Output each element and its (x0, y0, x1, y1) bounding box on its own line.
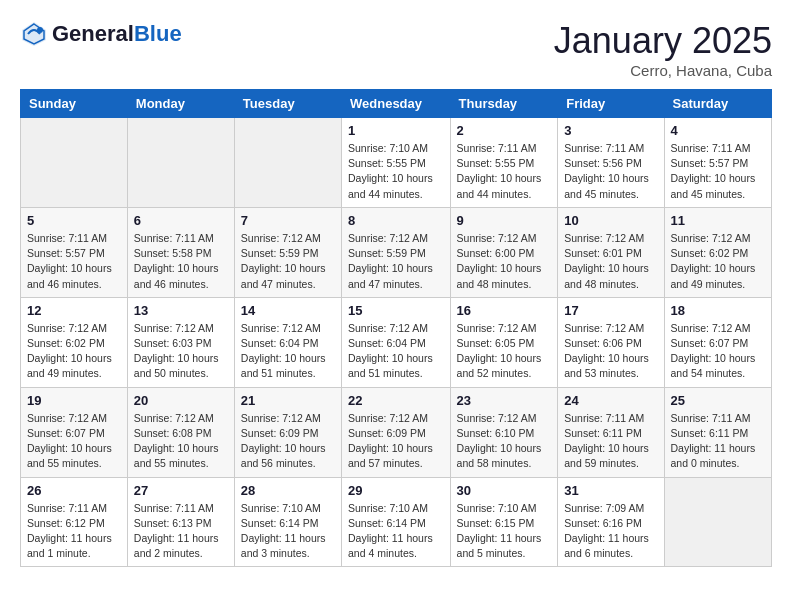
calendar-cell: 10Sunrise: 7:12 AMSunset: 6:01 PMDayligh… (558, 207, 664, 297)
day-info: Sunrise: 7:12 AMSunset: 6:04 PMDaylight:… (348, 321, 444, 382)
day-number: 20 (134, 393, 228, 408)
day-number: 5 (27, 213, 121, 228)
calendar-cell: 16Sunrise: 7:12 AMSunset: 6:05 PMDayligh… (450, 297, 558, 387)
logo: GeneralBlue (20, 20, 182, 48)
calendar-header-row: SundayMondayTuesdayWednesdayThursdayFrid… (21, 90, 772, 118)
calendar-cell (234, 118, 341, 208)
calendar-cell (664, 477, 771, 567)
day-number: 10 (564, 213, 657, 228)
calendar-week-row: 19Sunrise: 7:12 AMSunset: 6:07 PMDayligh… (21, 387, 772, 477)
calendar-week-row: 12Sunrise: 7:12 AMSunset: 6:02 PMDayligh… (21, 297, 772, 387)
day-number: 31 (564, 483, 657, 498)
day-info: Sunrise: 7:12 AMSunset: 6:02 PMDaylight:… (671, 231, 765, 292)
calendar-cell: 12Sunrise: 7:12 AMSunset: 6:02 PMDayligh… (21, 297, 128, 387)
day-number: 11 (671, 213, 765, 228)
day-info: Sunrise: 7:12 AMSunset: 6:08 PMDaylight:… (134, 411, 228, 472)
day-info: Sunrise: 7:12 AMSunset: 6:09 PMDaylight:… (348, 411, 444, 472)
calendar-cell: 3Sunrise: 7:11 AMSunset: 5:56 PMDaylight… (558, 118, 664, 208)
day-info: Sunrise: 7:12 AMSunset: 6:05 PMDaylight:… (457, 321, 552, 382)
day-number: 21 (241, 393, 335, 408)
calendar-cell: 13Sunrise: 7:12 AMSunset: 6:03 PMDayligh… (127, 297, 234, 387)
day-info: Sunrise: 7:11 AMSunset: 5:58 PMDaylight:… (134, 231, 228, 292)
calendar-cell: 27Sunrise: 7:11 AMSunset: 6:13 PMDayligh… (127, 477, 234, 567)
calendar-cell: 18Sunrise: 7:12 AMSunset: 6:07 PMDayligh… (664, 297, 771, 387)
month-title: January 2025 (554, 20, 772, 62)
day-info: Sunrise: 7:11 AMSunset: 5:57 PMDaylight:… (671, 141, 765, 202)
day-number: 30 (457, 483, 552, 498)
day-info: Sunrise: 7:12 AMSunset: 6:06 PMDaylight:… (564, 321, 657, 382)
calendar-cell: 4Sunrise: 7:11 AMSunset: 5:57 PMDaylight… (664, 118, 771, 208)
location: Cerro, Havana, Cuba (554, 62, 772, 79)
calendar-cell: 15Sunrise: 7:12 AMSunset: 6:04 PMDayligh… (342, 297, 451, 387)
svg-marker-0 (22, 22, 46, 46)
calendar-cell: 2Sunrise: 7:11 AMSunset: 5:55 PMDaylight… (450, 118, 558, 208)
day-number: 17 (564, 303, 657, 318)
column-header-monday: Monday (127, 90, 234, 118)
calendar-cell: 11Sunrise: 7:12 AMSunset: 6:02 PMDayligh… (664, 207, 771, 297)
calendar-cell: 7Sunrise: 7:12 AMSunset: 5:59 PMDaylight… (234, 207, 341, 297)
calendar-cell: 24Sunrise: 7:11 AMSunset: 6:11 PMDayligh… (558, 387, 664, 477)
day-number: 22 (348, 393, 444, 408)
day-number: 14 (241, 303, 335, 318)
day-number: 7 (241, 213, 335, 228)
day-info: Sunrise: 7:12 AMSunset: 6:10 PMDaylight:… (457, 411, 552, 472)
day-number: 2 (457, 123, 552, 138)
calendar-table: SundayMondayTuesdayWednesdayThursdayFrid… (20, 89, 772, 567)
calendar-cell: 30Sunrise: 7:10 AMSunset: 6:15 PMDayligh… (450, 477, 558, 567)
day-number: 24 (564, 393, 657, 408)
day-info: Sunrise: 7:12 AMSunset: 5:59 PMDaylight:… (241, 231, 335, 292)
day-number: 4 (671, 123, 765, 138)
day-number: 12 (27, 303, 121, 318)
calendar-cell (127, 118, 234, 208)
day-number: 25 (671, 393, 765, 408)
calendar-cell: 1Sunrise: 7:10 AMSunset: 5:55 PMDaylight… (342, 118, 451, 208)
day-number: 18 (671, 303, 765, 318)
calendar-cell: 28Sunrise: 7:10 AMSunset: 6:14 PMDayligh… (234, 477, 341, 567)
day-number: 6 (134, 213, 228, 228)
day-info: Sunrise: 7:12 AMSunset: 6:09 PMDaylight:… (241, 411, 335, 472)
day-number: 3 (564, 123, 657, 138)
day-number: 13 (134, 303, 228, 318)
day-number: 29 (348, 483, 444, 498)
day-info: Sunrise: 7:10 AMSunset: 6:15 PMDaylight:… (457, 501, 552, 562)
calendar-cell: 23Sunrise: 7:12 AMSunset: 6:10 PMDayligh… (450, 387, 558, 477)
day-info: Sunrise: 7:12 AMSunset: 6:00 PMDaylight:… (457, 231, 552, 292)
day-info: Sunrise: 7:09 AMSunset: 6:16 PMDaylight:… (564, 501, 657, 562)
day-info: Sunrise: 7:11 AMSunset: 5:55 PMDaylight:… (457, 141, 552, 202)
day-info: Sunrise: 7:12 AMSunset: 5:59 PMDaylight:… (348, 231, 444, 292)
calendar-cell: 9Sunrise: 7:12 AMSunset: 6:00 PMDaylight… (450, 207, 558, 297)
column-header-friday: Friday (558, 90, 664, 118)
calendar-cell: 6Sunrise: 7:11 AMSunset: 5:58 PMDaylight… (127, 207, 234, 297)
day-number: 27 (134, 483, 228, 498)
logo-text: GeneralBlue (52, 22, 182, 46)
calendar-cell: 21Sunrise: 7:12 AMSunset: 6:09 PMDayligh… (234, 387, 341, 477)
calendar-cell (21, 118, 128, 208)
day-number: 19 (27, 393, 121, 408)
calendar-cell: 19Sunrise: 7:12 AMSunset: 6:07 PMDayligh… (21, 387, 128, 477)
calendar-cell: 22Sunrise: 7:12 AMSunset: 6:09 PMDayligh… (342, 387, 451, 477)
logo-icon (20, 20, 48, 48)
day-info: Sunrise: 7:12 AMSunset: 6:02 PMDaylight:… (27, 321, 121, 382)
calendar-week-row: 1Sunrise: 7:10 AMSunset: 5:55 PMDaylight… (21, 118, 772, 208)
calendar-cell: 14Sunrise: 7:12 AMSunset: 6:04 PMDayligh… (234, 297, 341, 387)
calendar-cell: 29Sunrise: 7:10 AMSunset: 6:14 PMDayligh… (342, 477, 451, 567)
page-header: GeneralBlue January 2025 Cerro, Havana, … (20, 20, 772, 79)
calendar-cell: 20Sunrise: 7:12 AMSunset: 6:08 PMDayligh… (127, 387, 234, 477)
day-number: 23 (457, 393, 552, 408)
calendar-cell: 26Sunrise: 7:11 AMSunset: 6:12 PMDayligh… (21, 477, 128, 567)
day-number: 16 (457, 303, 552, 318)
day-info: Sunrise: 7:11 AMSunset: 6:11 PMDaylight:… (671, 411, 765, 472)
column-header-sunday: Sunday (21, 90, 128, 118)
column-header-tuesday: Tuesday (234, 90, 341, 118)
calendar-cell: 8Sunrise: 7:12 AMSunset: 5:59 PMDaylight… (342, 207, 451, 297)
calendar-cell: 5Sunrise: 7:11 AMSunset: 5:57 PMDaylight… (21, 207, 128, 297)
day-info: Sunrise: 7:12 AMSunset: 6:01 PMDaylight:… (564, 231, 657, 292)
calendar-cell: 25Sunrise: 7:11 AMSunset: 6:11 PMDayligh… (664, 387, 771, 477)
day-info: Sunrise: 7:10 AMSunset: 6:14 PMDaylight:… (348, 501, 444, 562)
calendar-cell: 17Sunrise: 7:12 AMSunset: 6:06 PMDayligh… (558, 297, 664, 387)
day-number: 8 (348, 213, 444, 228)
day-info: Sunrise: 7:11 AMSunset: 5:56 PMDaylight:… (564, 141, 657, 202)
day-info: Sunrise: 7:12 AMSunset: 6:03 PMDaylight:… (134, 321, 228, 382)
calendar-cell: 31Sunrise: 7:09 AMSunset: 6:16 PMDayligh… (558, 477, 664, 567)
day-info: Sunrise: 7:11 AMSunset: 6:13 PMDaylight:… (134, 501, 228, 562)
